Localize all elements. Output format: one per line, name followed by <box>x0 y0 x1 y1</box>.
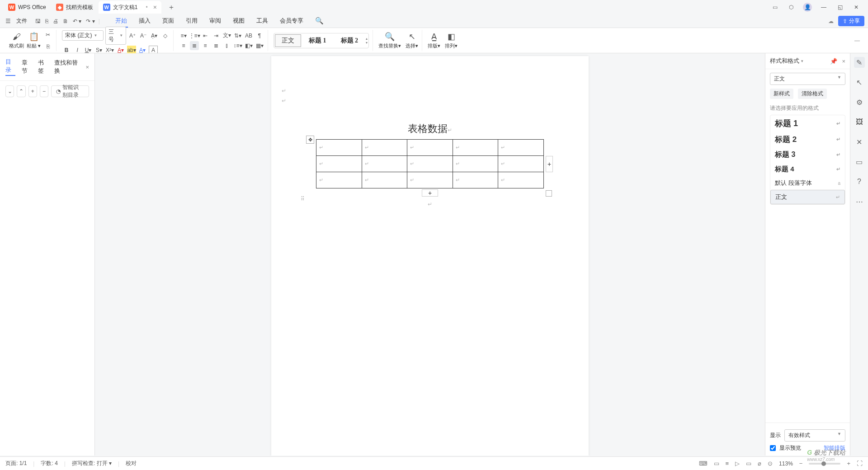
tab-document[interactable]: W 文字文稿1 • × <box>99 1 161 14</box>
zoom-level[interactable]: 113% <box>779 461 793 467</box>
new-style-button[interactable]: 新样式 <box>770 89 793 99</box>
save-icon[interactable]: 🖫 <box>35 18 41 24</box>
keyboard-icon[interactable]: ⌨ <box>699 460 708 467</box>
user-avatar[interactable]: 👤 <box>803 3 812 12</box>
add-item-button[interactable]: + <box>28 85 37 97</box>
style-h2[interactable]: 标题 2 <box>334 34 365 47</box>
justify-icon[interactable]: ≣ <box>212 41 221 50</box>
tab-view[interactable]: 视图 <box>232 15 245 28</box>
decrease-indent-icon[interactable]: ⇤ <box>201 31 210 40</box>
gallery-down-icon[interactable]: ▾ <box>366 41 368 45</box>
nav-tab-toc[interactable]: 目录 <box>5 58 15 76</box>
align-left-icon[interactable]: ≡ <box>179 41 188 50</box>
table-add-row-handle[interactable]: + <box>422 189 438 197</box>
tab-review[interactable]: 审阅 <box>208 15 222 28</box>
style-item-h1[interactable]: 标题 1↵ <box>770 115 845 132</box>
read-rail-icon[interactable]: ▭ <box>854 156 865 167</box>
style-item-h2[interactable]: 标题 2↵ <box>770 132 845 147</box>
style-h1[interactable]: 标题 1 <box>302 34 333 47</box>
layout-button[interactable]: A̲排版▾ <box>428 32 440 49</box>
style-normal[interactable]: 正文 <box>275 34 301 47</box>
style-item-body[interactable]: 正文↵ <box>770 190 845 204</box>
align-center-icon[interactable]: ≣ <box>190 41 199 50</box>
tab-insert[interactable]: 插入 <box>138 15 151 28</box>
paste-button[interactable]: 📋粘贴 ▾ <box>27 32 41 49</box>
sort-icon[interactable]: ⇅▾ <box>233 31 242 40</box>
export-icon[interactable]: ⎘ <box>45 18 48 24</box>
table-move-handle[interactable]: ✥ <box>306 136 314 144</box>
close-nav-panel-icon[interactable]: × <box>85 64 89 70</box>
apps-icon[interactable]: ⬡ <box>787 3 796 12</box>
select-rail-icon[interactable]: ↖ <box>854 77 865 88</box>
zoom-slider[interactable] <box>809 463 840 465</box>
current-style-select[interactable]: 正文▼ <box>770 73 845 85</box>
hamburger-icon[interactable]: ☰ <box>4 17 13 26</box>
align-right-icon[interactable]: ≡ <box>201 41 210 50</box>
collapse-ribbon-icon[interactable]: — <box>854 38 863 44</box>
table-resize-handle[interactable] <box>546 190 552 197</box>
borders-icon[interactable]: ▦▾ <box>255 41 264 50</box>
view-read-icon[interactable]: ▭ <box>746 460 751 467</box>
table-drag-icon[interactable]: ⠿ <box>301 196 305 202</box>
text-direction-icon[interactable]: 文▾ <box>222 31 231 40</box>
tab-page[interactable]: 页面 <box>161 15 175 28</box>
maximize-icon[interactable]: ◱ <box>835 3 844 12</box>
cloud-icon[interactable]: ☁ <box>828 18 834 24</box>
distribute-icon[interactable]: ⫿ <box>222 41 231 50</box>
style-item-default-font[interactable]: 默认 段落字体a <box>770 176 845 190</box>
view-print-icon[interactable]: ▭ <box>714 460 719 467</box>
minimize-icon[interactable]: — <box>819 3 828 12</box>
fit-page-icon[interactable]: ⊙ <box>768 460 773 467</box>
undo-icon[interactable]: ↶ ▾ <box>73 18 81 24</box>
status-proofread[interactable]: 校对 <box>126 460 137 467</box>
fullscreen-icon[interactable]: ⛶ <box>857 460 863 467</box>
settings-rail-icon[interactable]: ⚙ <box>854 97 865 108</box>
link-icon[interactable]: ⌀ <box>758 460 761 467</box>
style-item-h4[interactable]: 标题 4↵ <box>770 162 845 176</box>
smart-toc-button[interactable]: ◔ 智能识别目录 <box>51 85 89 97</box>
style-gallery[interactable]: 正文 标题 1 标题 2 ▴▾ <box>274 33 369 48</box>
font-name-select[interactable]: 宋体 (正文)▼ <box>62 30 104 41</box>
change-case-icon[interactable]: Ạ▾ <box>150 31 159 40</box>
move-up-button[interactable]: ⌃ <box>17 85 25 97</box>
tools-rail-icon[interactable]: ✕ <box>854 136 865 147</box>
zoom-in-icon[interactable]: + <box>847 460 850 467</box>
show-preview-checkbox[interactable] <box>770 445 776 451</box>
zoom-out-icon[interactable]: − <box>799 460 803 467</box>
numbering-icon[interactable]: ⋮≡▾ <box>190 31 199 40</box>
cut-icon[interactable]: ✂ <box>43 30 52 39</box>
tab-reference[interactable]: 引用 <box>185 15 198 28</box>
fill-color-icon[interactable]: ◧▾ <box>244 41 253 50</box>
gallery-up-icon[interactable]: ▴ <box>366 37 368 41</box>
view-outline-icon[interactable]: ≡ <box>726 460 729 467</box>
close-panel-icon[interactable]: × <box>842 58 845 65</box>
increase-indent-icon[interactable]: ⇥ <box>212 31 221 40</box>
status-words[interactable]: 字数: 4 <box>41 460 57 467</box>
panel-dropdown-icon[interactable]: ▾ <box>801 59 803 63</box>
document-canvas[interactable]: ↵ ↵ 表格数据↵ ✥ ↵↵↵↵↵ ↵↵↵↵↵ ↵↵↵↵↵ + + ⠿ ↵ <box>95 53 765 456</box>
increase-font-icon[interactable]: A⁺ <box>128 31 137 40</box>
document-table[interactable]: ↵↵↵↵↵ ↵↵↵↵↵ ↵↵↵↵↵ <box>316 139 544 188</box>
tab-home[interactable]: 开始 <box>114 15 128 28</box>
find-replace-button[interactable]: 🔍查找替换▾ <box>378 32 401 49</box>
share-button[interactable]: ⇪ 分享 <box>838 16 864 26</box>
tab-wps-home[interactable]: W WPS Office <box>4 1 51 14</box>
style-item-h3[interactable]: 标题 3↵ <box>770 147 845 162</box>
tab-template-store[interactable]: ◆ 找稻壳模板 <box>52 1 98 14</box>
format-brush-button[interactable]: 🖌格式刷 <box>9 32 24 49</box>
new-tab-button[interactable]: ＋ <box>166 2 177 13</box>
layout-icon[interactable]: ▭ <box>770 3 779 12</box>
nav-tab-findreplace[interactable]: 查找和替换 <box>54 59 79 75</box>
more-rail-icon[interactable]: ⋯ <box>854 196 865 207</box>
print-icon[interactable]: 🖨 <box>53 18 58 24</box>
close-window-icon[interactable]: ✕ <box>852 3 861 12</box>
nav-tab-chapter[interactable]: 章节 <box>22 59 32 75</box>
clear-format-button[interactable]: 清除格式 <box>798 89 827 99</box>
bullets-icon[interactable]: ≡▾ <box>179 31 188 40</box>
tab-member[interactable]: 会员专享 <box>279 15 304 28</box>
print-preview-icon[interactable]: 🗎 <box>63 18 68 24</box>
help-rail-icon[interactable]: ? <box>854 176 865 187</box>
pin-panel-icon[interactable]: 📌 <box>830 58 837 65</box>
document-heading[interactable]: 表格数据↵ <box>278 122 582 136</box>
redo-icon[interactable]: ↷ ▾ <box>86 18 94 24</box>
